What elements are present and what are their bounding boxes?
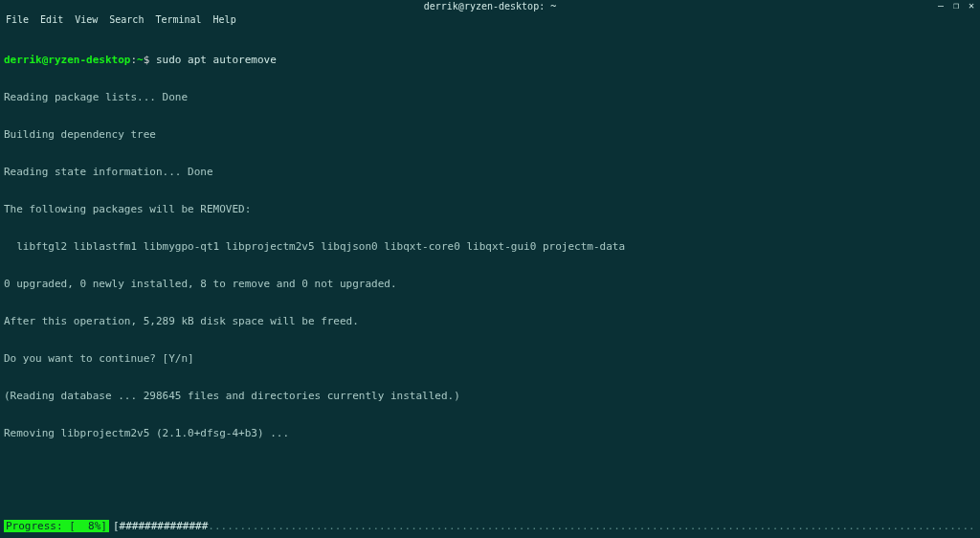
minimize-button[interactable]: — bbox=[938, 1, 944, 11]
prompt-user-host: derrik@ryzen-desktop bbox=[4, 54, 130, 66]
progress-bar: [##############.........................… bbox=[113, 520, 976, 532]
menu-search[interactable]: Search bbox=[109, 14, 144, 25]
output-line: 0 upgraded, 0 newly installed, 8 to remo… bbox=[4, 278, 976, 290]
close-button[interactable]: ✕ bbox=[969, 1, 974, 11]
output-line: Do you want to continue? [Y/n] bbox=[4, 352, 976, 365]
output-packages-line: libftgl2 liblastfm1 libmygpo-qt1 libproj… bbox=[4, 240, 976, 253]
output-line: Removing libprojectm2v5 (2.1.0+dfsg-4+b3… bbox=[4, 427, 976, 439]
progress-bar-row: Progress: [ 8%] [##############.........… bbox=[4, 520, 976, 532]
progress-open: [ bbox=[113, 520, 120, 532]
menu-terminal[interactable]: Terminal bbox=[155, 14, 201, 25]
output-line: Reading package lists... Done bbox=[4, 91, 976, 103]
output-line: After this operation, 5,289 kB disk spac… bbox=[4, 315, 976, 327]
output-line: (Reading database ... 298645 files and d… bbox=[4, 390, 976, 402]
menu-file[interactable]: File bbox=[6, 14, 29, 25]
command-text: sudo apt autoremove bbox=[156, 54, 277, 66]
output-line: Reading state information... Done bbox=[4, 166, 976, 178]
terminal-window: derrik@ryzen-desktop: ~ — ❐ ✕ File Edit … bbox=[0, 0, 980, 538]
window-titlebar: derrik@ryzen-desktop: ~ — ❐ ✕ bbox=[0, 0, 980, 11]
terminal-area[interactable]: derrik@ryzen-desktop:~$ sudo apt autorem… bbox=[0, 27, 980, 538]
output-line: Building dependency tree bbox=[4, 128, 976, 141]
progress-label: Progress: [ 8%] bbox=[4, 520, 109, 532]
menu-help[interactable]: Help bbox=[213, 14, 236, 25]
output-line: The following packages will be REMOVED: bbox=[4, 203, 976, 215]
window-title: derrik@ryzen-desktop: ~ bbox=[424, 1, 556, 11]
progress-remaining: ........................................… bbox=[208, 520, 976, 532]
prompt-line: derrik@ryzen-desktop:~$ sudo apt autorem… bbox=[4, 54, 976, 66]
menu-edit[interactable]: Edit bbox=[40, 14, 63, 25]
prompt-dollar: $ bbox=[144, 54, 156, 66]
window-controls: — ❐ ✕ bbox=[938, 0, 974, 11]
prompt-path: ~ bbox=[137, 54, 144, 66]
maximize-button[interactable]: ❐ bbox=[953, 1, 959, 11]
progress-fill: ############## bbox=[120, 520, 209, 532]
menu-view[interactable]: View bbox=[75, 14, 98, 25]
menubar: File Edit View Search Terminal Help bbox=[0, 11, 980, 27]
